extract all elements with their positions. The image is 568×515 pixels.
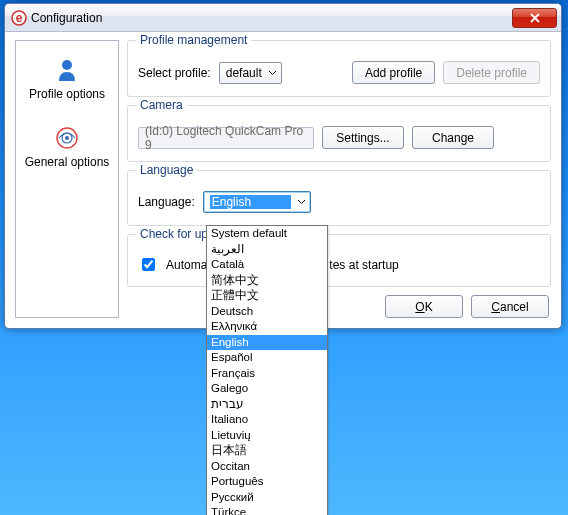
- eviacam-icon: [20, 125, 114, 151]
- person-icon: [20, 57, 114, 83]
- auto-update-checkbox[interactable]: [142, 258, 155, 271]
- language-option[interactable]: Deutsch: [207, 304, 327, 320]
- select-profile-label: Select profile:: [138, 66, 211, 80]
- camera-change-button[interactable]: Change: [412, 126, 494, 149]
- profile-dropdown[interactable]: default: [219, 62, 282, 84]
- titlebar[interactable]: e Configuration: [5, 4, 561, 32]
- language-option[interactable]: 简体中文: [207, 273, 327, 289]
- chevron-down-icon: [297, 195, 306, 209]
- dialog-footer: OK Cancel: [127, 295, 551, 318]
- language-group: Language Language: English: [127, 170, 551, 226]
- app-icon: e: [11, 10, 27, 26]
- language-option[interactable]: Español: [207, 350, 327, 366]
- delete-profile-button: Delete profile: [443, 61, 540, 84]
- svg-point-2: [62, 60, 72, 70]
- language-option[interactable]: Italiano: [207, 412, 327, 428]
- svg-text:e: e: [16, 11, 23, 25]
- sidebar-item-general-options[interactable]: General options: [18, 115, 116, 183]
- group-title: Camera: [136, 98, 187, 112]
- camera-device-field: (Id:0) Logitech QuickCam Pro 9: [138, 127, 314, 149]
- language-option[interactable]: Ελληνικά: [207, 319, 327, 335]
- language-dropdown[interactable]: English: [203, 191, 311, 213]
- language-option[interactable]: Català: [207, 257, 327, 273]
- language-option[interactable]: Français: [207, 366, 327, 382]
- group-title: Profile management: [136, 33, 251, 47]
- language-option[interactable]: English: [207, 335, 327, 351]
- language-option[interactable]: Português: [207, 474, 327, 490]
- window-title: Configuration: [31, 11, 512, 25]
- camera-settings-button[interactable]: Settings...: [322, 126, 404, 149]
- language-label: Language:: [138, 195, 195, 209]
- main-panel: Profile management Select profile: defau…: [127, 40, 551, 318]
- ok-button[interactable]: OK: [385, 295, 463, 318]
- language-option[interactable]: العربية: [207, 242, 327, 258]
- sidebar-item-label: General options: [20, 155, 114, 169]
- language-dropdown-list[interactable]: System defaultالعربيةCatalà简体中文正體中文Deuts…: [206, 225, 328, 515]
- group-title: Check for up: [136, 227, 212, 241]
- camera-group: Camera (Id:0) Logitech QuickCam Pro 9 Se…: [127, 105, 551, 162]
- language-option[interactable]: Türkçe: [207, 505, 327, 515]
- language-option[interactable]: Русский: [207, 490, 327, 506]
- language-option[interactable]: 日本語: [207, 443, 327, 459]
- sidebar: Profile options General options: [15, 40, 119, 318]
- profile-selected: default: [226, 66, 262, 80]
- language-option[interactable]: Occitan: [207, 459, 327, 475]
- language-selected: English: [210, 195, 291, 209]
- chevron-down-icon: [268, 66, 277, 80]
- close-button[interactable]: [512, 8, 557, 28]
- profile-group: Profile management Select profile: defau…: [127, 40, 551, 97]
- language-option[interactable]: Galego: [207, 381, 327, 397]
- add-profile-button[interactable]: Add profile: [352, 61, 435, 84]
- group-title: Language: [136, 163, 197, 177]
- language-option[interactable]: 正體中文: [207, 288, 327, 304]
- language-option[interactable]: Lietuvių: [207, 428, 327, 444]
- language-option[interactable]: System default: [207, 226, 327, 242]
- sidebar-item-profile-options[interactable]: Profile options: [18, 47, 116, 115]
- svg-point-5: [65, 136, 69, 140]
- cancel-button[interactable]: Cancel: [471, 295, 549, 318]
- updates-group: Check for up Automatites at startup: [127, 234, 551, 287]
- language-option[interactable]: עברית: [207, 397, 327, 413]
- sidebar-item-label: Profile options: [20, 87, 114, 101]
